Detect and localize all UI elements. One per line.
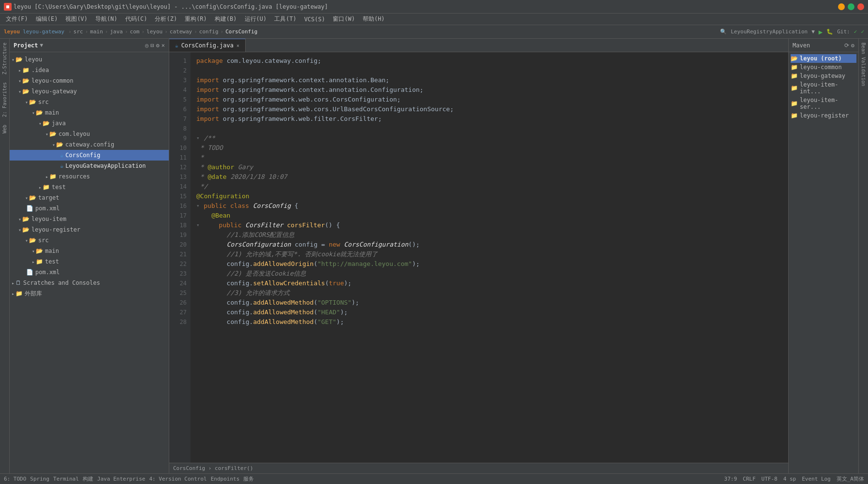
- tree-item-8[interactable]: ▾📂cateway.config: [10, 139, 169, 150]
- menu-tools[interactable]: 工具(T): [270, 14, 300, 24]
- tree-icon: 🗒: [15, 279, 21, 286]
- close-btn[interactable]: [857, 3, 864, 10]
- status-spaces[interactable]: 4 sp: [783, 476, 796, 482]
- web-tab[interactable]: Web: [1, 121, 8, 137]
- editor-tab-corsconfig[interactable]: ☕ CorsConfig.java ×: [169, 39, 246, 52]
- menu-navigate[interactable]: 导航(N): [91, 14, 121, 24]
- status-encoding[interactable]: UTF-8: [762, 476, 778, 482]
- tree-arrow: ▾: [32, 110, 35, 116]
- status-event-log[interactable]: Event Log: [802, 476, 831, 482]
- maven-item-2[interactable]: 📁leyou-gateway: [791, 72, 856, 80]
- menu-vcs[interactable]: VCS(S): [300, 15, 329, 24]
- maven-item-1[interactable]: 📁leyou-common: [791, 63, 856, 72]
- maven-item-5[interactable]: 📁leyou-register: [791, 111, 856, 120]
- tree-item-9[interactable]: ☕CorsConfig: [10, 150, 169, 161]
- menu-refactor[interactable]: 重构(R): [181, 14, 211, 24]
- tree-item-13[interactable]: ▾📂target: [10, 192, 169, 203]
- fold-indicator[interactable]: ▾: [196, 220, 203, 230]
- status-endpoints[interactable]: Endpoints: [211, 476, 240, 482]
- tree-item-1[interactable]: ▸📁.idea: [10, 65, 169, 75]
- status-terminal[interactable]: Terminal: [53, 476, 79, 482]
- run-config-label[interactable]: LeyouRegistryApplication: [731, 29, 808, 35]
- code-line: * @date 2020/1/18 10:07: [196, 172, 784, 182]
- tree-item-3[interactable]: ▾📂leyou-gateway: [10, 86, 169, 97]
- code-line: ▾ /**: [196, 133, 784, 143]
- maximize-btn[interactable]: [848, 3, 854, 10]
- tree-item-17[interactable]: ▾📂src: [10, 235, 169, 246]
- line-number: 14: [169, 182, 191, 191]
- run-button[interactable]: ▶: [819, 28, 823, 36]
- minimize-btn[interactable]: [838, 3, 845, 10]
- code-line: config.setAllowCredentials(true);: [196, 279, 784, 288]
- search-icon[interactable]: 🔍: [720, 29, 727, 35]
- tree-item-14[interactable]: 📄pom.xml: [10, 203, 169, 214]
- line-number: 20: [169, 240, 191, 249]
- menu-build[interactable]: 构建(B): [211, 14, 241, 24]
- menu-file[interactable]: 文件(F): [2, 14, 32, 24]
- tree-item-20[interactable]: 📄pom.xml: [10, 267, 169, 278]
- sidebar-icon-settings[interactable]: ⚙: [156, 42, 160, 49]
- line-numbers: 1234567891011121314151617181920212223242…: [169, 52, 191, 463]
- sidebar-icon-locate[interactable]: ◎: [145, 42, 148, 49]
- maven-title: Maven: [793, 42, 810, 49]
- menu-help[interactable]: 帮助(H): [359, 14, 389, 24]
- tree-icon: 📂: [29, 194, 36, 201]
- status-build[interactable]: 构建: [83, 475, 93, 483]
- maven-folder-icon: 📁: [791, 85, 798, 91]
- tree-item-0[interactable]: ▾📂leyou: [10, 54, 169, 65]
- maven-item-0[interactable]: 📂leyou (root): [791, 54, 856, 63]
- menu-window[interactable]: 窗口(W): [329, 14, 359, 24]
- run-config-arrow[interactable]: ▼: [811, 29, 815, 35]
- tree-item-16[interactable]: ▾📂leyou-register: [10, 224, 169, 235]
- sidebar-icon-close[interactable]: ×: [162, 42, 165, 49]
- menu-view[interactable]: 视图(V): [61, 14, 91, 24]
- tree-item-15[interactable]: ▾📂leyou-item: [10, 214, 169, 224]
- tab-icon-java: ☕: [175, 43, 178, 49]
- structure-tab[interactable]: Z-Structure: [1, 39, 8, 78]
- menu-analyze[interactable]: 分析(Z): [151, 14, 181, 24]
- tree-item-7[interactable]: ▾📂com.leyou: [10, 129, 169, 139]
- status-version-control[interactable]: 4: Version Control: [149, 476, 206, 482]
- maven-folder-icon: 📁: [791, 100, 798, 107]
- tree-item-21[interactable]: ▸🗒Scratches and Consoles: [10, 278, 169, 288]
- menu-run[interactable]: 运行(U): [241, 14, 271, 24]
- menu-code[interactable]: 代码(C): [121, 14, 151, 24]
- status-services[interactable]: 服务: [243, 475, 254, 483]
- tree-item-12[interactable]: ▸📁test: [10, 182, 169, 192]
- maven-item-4[interactable]: 📁leyou-item-ser...: [791, 96, 856, 111]
- favorites-tab[interactable]: 2: Favorites: [1, 78, 8, 121]
- tree-item-5[interactable]: ▾📂main: [10, 107, 169, 118]
- status-todo[interactable]: 6: TODO: [4, 476, 26, 482]
- tree-arrow: ▾: [45, 132, 48, 137]
- tree-arrow: ▸: [45, 174, 48, 179]
- tree-icon: 📁: [49, 173, 57, 180]
- tree-item-6[interactable]: ▾📂java: [10, 118, 169, 129]
- sidebar-icon-collapse[interactable]: ⊟: [150, 42, 154, 49]
- fold-indicator[interactable]: ▾: [196, 133, 203, 143]
- tree-item-22[interactable]: ▸📁外部库: [10, 288, 169, 299]
- tree-item-10[interactable]: ☕LeyouGatewayApplication: [10, 161, 169, 171]
- status-spring[interactable]: Spring: [30, 476, 49, 482]
- fold-indicator[interactable]: ▾: [196, 201, 203, 211]
- tree-icon: 📂: [22, 226, 29, 233]
- code-content[interactable]: package com.leyou.cateway.config;import …: [191, 52, 788, 463]
- line-number: 21: [169, 249, 191, 259]
- tab-close-btn[interactable]: ×: [236, 43, 239, 48]
- tree-item-19[interactable]: ▸📁test: [10, 256, 169, 267]
- status-crlf[interactable]: CRLF: [743, 476, 756, 482]
- tree-item-4[interactable]: ▾📂src: [10, 97, 169, 107]
- tree-item-2[interactable]: ▾📂leyou-common: [10, 75, 169, 86]
- tree-label: test: [52, 184, 66, 191]
- menu-edit[interactable]: 编辑(E): [32, 14, 62, 24]
- tree-item-18[interactable]: ▾📂main: [10, 246, 169, 256]
- maven-settings-icon[interactable]: ⚙: [851, 42, 854, 49]
- maven-item-3[interactable]: 📁leyou-item-int...: [791, 80, 856, 96]
- project-sidebar: Project ▼ ◎ ⊟ ⚙ × ▾📂leyou▸📁.idea▾📂leyou-…: [10, 39, 169, 473]
- maven-refresh-icon[interactable]: ⟳: [844, 42, 849, 49]
- status-java-enterprise[interactable]: Java Enterprise: [97, 476, 145, 482]
- bean-validation-tab[interactable]: Bean Validation: [860, 39, 867, 90]
- tree-icon: ☕: [60, 162, 63, 169]
- debug-button[interactable]: 🐛: [826, 29, 833, 35]
- tree-item-11[interactable]: ▸📁resources: [10, 171, 169, 182]
- project-arrow[interactable]: ▼: [40, 42, 44, 48]
